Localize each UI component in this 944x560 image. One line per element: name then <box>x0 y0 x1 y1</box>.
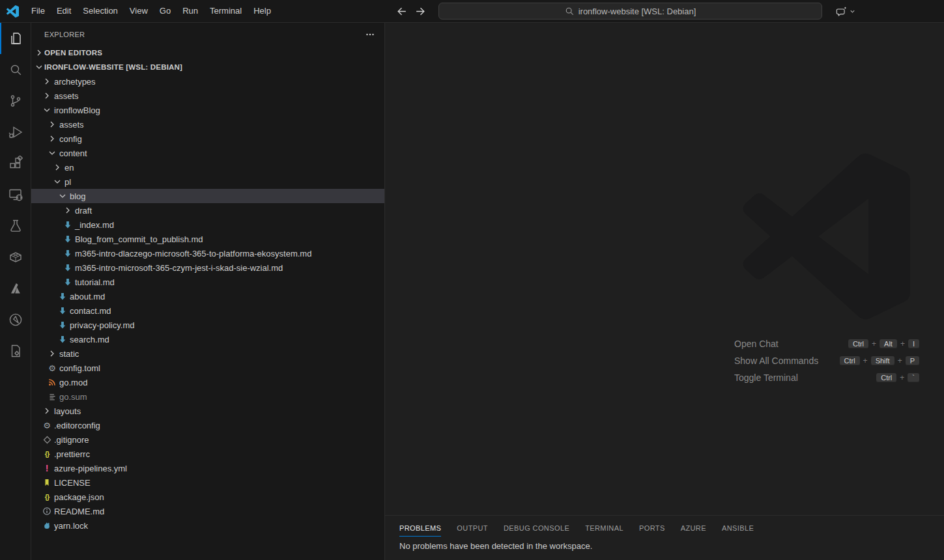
workspace-root-section[interactable]: IRONFLOW-WEBSITE [WSL: DEBIAN] <box>31 60 384 74</box>
menu-terminal[interactable]: Terminal <box>204 0 248 22</box>
tree-item-assets[interactable]: assets <box>31 89 384 103</box>
panel-tab-output[interactable]: OUTPUT <box>457 519 488 537</box>
tree-item-search-md[interactable]: search.md <box>31 332 384 346</box>
tree-item-blog-from-commit-to-publish-md[interactable]: Blog_from_commit_to_publish.md <box>31 232 384 246</box>
back-arrow-icon[interactable] <box>396 6 407 17</box>
chevron-right-icon <box>34 48 44 58</box>
file-tree: archetypesassetsironflowBlogassetsconfig… <box>31 74 384 560</box>
activity-testing[interactable] <box>0 210 31 242</box>
tree-item-label: go.sum <box>59 392 87 402</box>
tree-item-label: yarn.lock <box>54 521 88 531</box>
shortcut-list: Open ChatCtrl+Alt+IShow All CommandsCtrl… <box>734 335 919 386</box>
tree-item-label: config <box>59 134 82 144</box>
chevron-right-icon <box>42 76 52 87</box>
key-chip: Ctrl <box>876 373 896 382</box>
menu-edit[interactable]: Edit <box>51 0 77 22</box>
run-debug-icon <box>8 124 23 140</box>
tree-item-yarn-lock[interactable]: yarn.lock <box>31 518 384 533</box>
tree-item-en[interactable]: en <box>31 160 384 175</box>
tree-item-go-mod[interactable]: go.mod <box>31 375 384 389</box>
yarn-file-icon <box>42 520 52 531</box>
search-icon <box>8 62 23 77</box>
activity-search[interactable] <box>0 54 31 85</box>
command-center-search[interactable]: ironflow-website [WSL: Debian] <box>438 3 822 20</box>
activity-remote-explorer[interactable] <box>0 179 31 210</box>
tree-item-label: tutorial.md <box>75 277 115 287</box>
tree-item-assets[interactable]: assets <box>31 117 384 132</box>
tree-item-draft[interactable]: draft <box>31 203 384 217</box>
panel-tab-debug-console[interactable]: DEBUG CONSOLE <box>504 519 569 537</box>
shortcut-open-chat: Open ChatCtrl+Alt+I <box>734 335 919 352</box>
info-file-icon <box>42 506 52 516</box>
tree-item-label: README.md <box>54 507 104 516</box>
activity-ansible[interactable] <box>0 304 31 335</box>
chevron-down-icon <box>42 105 52 115</box>
menu-help[interactable]: Help <box>248 0 277 22</box>
tree-item-license[interactable]: LICENSE <box>31 475 384 490</box>
chevron-right-icon <box>42 91 52 101</box>
tree-item-layouts[interactable]: layouts <box>31 404 384 418</box>
markdown-file-icon <box>57 305 68 316</box>
vscode-logo-icon <box>7 5 19 18</box>
tree-item-tutorial-md[interactable]: tutorial.md <box>31 275 384 289</box>
tree-item-index-md[interactable]: _index.md <box>31 217 384 232</box>
panel-tab-azure[interactable]: AZURE <box>681 519 706 537</box>
activity-source-control[interactable] <box>0 85 31 117</box>
tree-item-prettierrc[interactable]: {}.prettierrc <box>31 447 384 461</box>
tree-item-pl[interactable]: pl <box>31 175 384 189</box>
docker-icon <box>8 249 23 265</box>
tree-item-about-md[interactable]: about.md <box>31 289 384 303</box>
chevron-down-icon <box>849 8 856 15</box>
activity-run-debug[interactable] <box>0 117 31 148</box>
menu-run[interactable]: Run <box>177 0 204 22</box>
panel-tabs: PROBLEMSOUTPUTDEBUG CONSOLETERMINALPORTS… <box>399 516 944 537</box>
tree-item-content[interactable]: content <box>31 146 384 160</box>
tree-item-privacy-policy-md[interactable]: privacy-policy.md <box>31 318 384 332</box>
exclaim-file-icon: ! <box>42 463 52 473</box>
tree-item-go-sum[interactable]: go.sum <box>31 389 384 404</box>
tree-item-label: .gitignore <box>54 435 89 445</box>
tree-item-config[interactable]: config <box>31 132 384 146</box>
tree-item-static[interactable]: static <box>31 346 384 361</box>
menu-go[interactable]: Go <box>154 0 177 22</box>
panel-tab-ansible[interactable]: ANSIBLE <box>722 519 754 537</box>
tree-item-label: LICENSE <box>54 478 91 488</box>
tree-item-config-toml[interactable]: ⚙config.toml <box>31 361 384 375</box>
panel-tab-ports[interactable]: PORTS <box>639 519 665 537</box>
tree-item-m365-intro-microsoft-365-czym-jest-i-skad-sie-wzial-md[interactable]: m365-intro-microsoft-365-czym-jest-i-ska… <box>31 260 384 275</box>
tree-item-gitignore[interactable]: .gitignore <box>31 432 384 447</box>
tree-item-label: privacy-policy.md <box>70 320 134 330</box>
chevron-right-icon <box>52 162 63 173</box>
key-chip: I <box>908 339 919 348</box>
panel-tab-problems[interactable]: PROBLEMS <box>399 519 441 537</box>
markdown-file-icon <box>63 219 73 230</box>
forward-arrow-icon[interactable] <box>415 6 426 17</box>
menu-view[interactable]: View <box>124 0 154 22</box>
tree-item-label: m365-intro-microsoft-365-czym-jest-i-ska… <box>75 263 283 273</box>
tree-item-package-json[interactable]: {}package.json <box>31 490 384 504</box>
tree-item-m365-intro-dlaczego-microsoft-365-to-platforma-ekosystem-md[interactable]: m365-intro-dlaczego-microsoft-365-to-pla… <box>31 246 384 260</box>
tree-item-archetypes[interactable]: archetypes <box>31 74 384 89</box>
activity-config-file[interactable] <box>0 335 31 367</box>
tree-item-editorconfig[interactable]: ⚙.editorconfig <box>31 418 384 432</box>
gear-file-icon: ⚙ <box>47 363 57 373</box>
activity-extensions[interactable] <box>0 148 31 179</box>
tree-item-ironflowblog[interactable]: ironflowBlog <box>31 103 384 117</box>
tree-item-azure-pipelines-yml[interactable]: !azure-pipelines.yml <box>31 461 384 475</box>
tree-item-readme-md[interactable]: README.md <box>31 504 384 518</box>
markdown-file-icon <box>63 234 73 244</box>
menu-file[interactable]: File <box>25 0 51 22</box>
workspace-root-label: IRONFLOW-WEBSITE [WSL: DEBIAN] <box>44 63 182 71</box>
copilot-menu[interactable] <box>836 0 856 23</box>
tree-item-contact-md[interactable]: contact.md <box>31 303 384 318</box>
activity-explorer[interactable] <box>0 23 31 54</box>
activity-docker[interactable] <box>0 242 31 273</box>
tree-item-label: draft <box>75 206 92 216</box>
activity-azure[interactable] <box>0 273 31 304</box>
open-editors-section[interactable]: OPEN EDITORS <box>31 46 384 60</box>
tree-item-blog[interactable]: blog <box>31 189 384 203</box>
panel-tab-terminal[interactable]: TERMINAL <box>585 519 623 537</box>
more-actions-icon[interactable] <box>365 29 375 40</box>
menu-selection[interactable]: Selection <box>77 0 123 22</box>
title-bar: FileEditSelectionViewGoRunTerminalHelp i… <box>0 0 944 23</box>
